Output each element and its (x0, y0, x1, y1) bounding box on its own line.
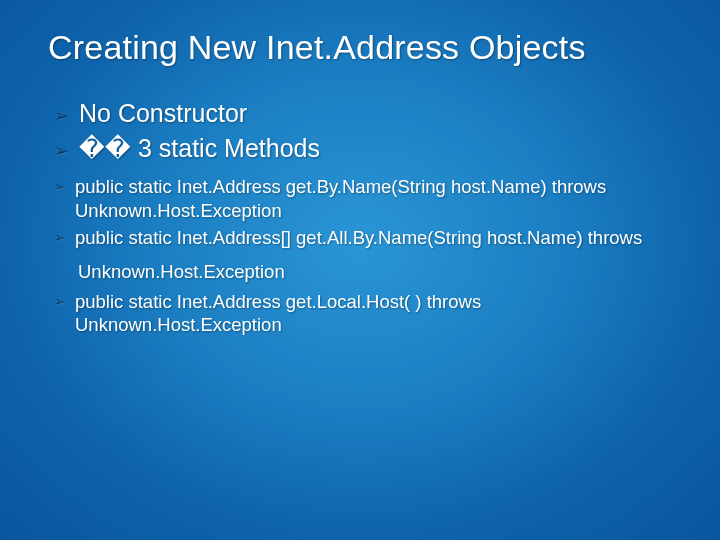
bullet-arrow-icon: ➢ (54, 230, 65, 247)
slide-title: Creating New Inet.Address Objects (0, 0, 720, 67)
bullet-text: Unknown.Host.Exception (78, 261, 285, 282)
bullet-level2: ➢ public static Inet.Address[] get.All.B… (54, 226, 670, 250)
bullet-text: public static Inet.Address[] get.All.By.… (75, 226, 642, 250)
bullet-text: No Constructor (79, 99, 247, 128)
slide-body: ➢ No Constructor ➢ �� 3 static Methods ➢… (0, 67, 720, 337)
bullet-arrow-icon: ➢ (54, 140, 69, 162)
bullet-arrow-icon: ➢ (54, 179, 65, 196)
bullet-level2: ➢ public static Inet.Address get.By.Name… (54, 175, 670, 222)
slide: Creating New Inet.Address Objects ➢ No C… (0, 0, 720, 540)
title-text: Creating New Inet.Address Objects (48, 28, 586, 66)
bullet-text: public static Inet.Address get.Local.Hos… (75, 290, 670, 337)
bullet-level1: ➢ �� 3 static Methods (54, 134, 670, 163)
bullet-text: public static Inet.Address get.By.Name(S… (75, 175, 670, 222)
bullet-level1: ➢ No Constructor (54, 99, 670, 128)
bullet-text: �� 3 static Methods (79, 134, 320, 163)
bullet-arrow-icon: ➢ (54, 294, 65, 311)
bullet-arrow-icon: ➢ (54, 105, 69, 127)
bullet-level2: ➢ public static Inet.Address get.Local.H… (54, 290, 670, 337)
bullet-continuation: Unknown.Host.Exception (78, 260, 670, 284)
